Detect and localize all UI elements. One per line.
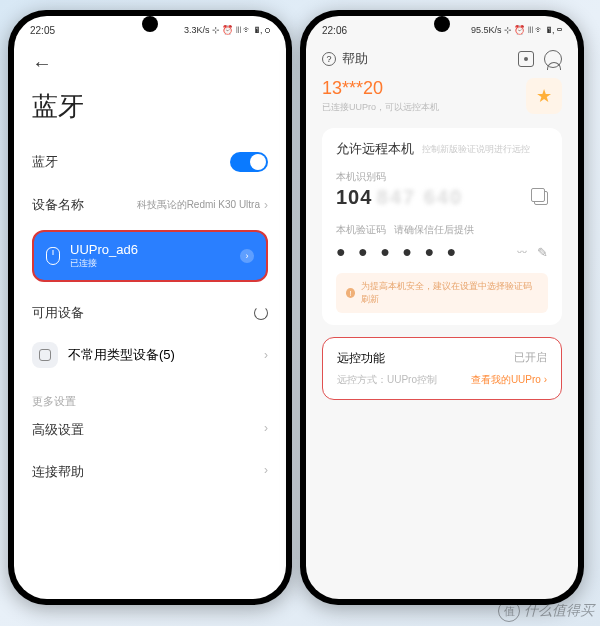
device-category-icon <box>32 342 58 368</box>
available-label: 可用设备 <box>32 304 84 322</box>
verify-code-label: 本机验证码 <box>336 223 386 237</box>
verify-hint: 请确保信任后提供 <box>394 223 474 237</box>
chevron-right-icon: › <box>264 421 268 439</box>
device-name-row[interactable]: 设备名称 科技禹论的Redmi K30 Ultra › <box>32 184 268 226</box>
security-warning: ! 为提高本机安全，建议在设置中选择验证码刷新 <box>336 273 548 313</box>
status-indicators: 3.3K/s ⊹ ⏰ ꔖ ᯤ �, ▢ <box>184 25 270 36</box>
refresh-icon[interactable] <box>254 306 268 320</box>
status-time: 22:05 <box>30 25 55 36</box>
verify-code-dots: ● ● ● ● ● ● <box>336 243 460 261</box>
phone-right: 22:06 95.5K/s ⊹ ⏰ ꔖ ᯤ �, ▭ ? 帮助 13***20 … <box>300 10 584 605</box>
remote-status: 已开启 <box>514 350 547 367</box>
device-name-value: 科技禹论的Redmi K30 Ultra <box>137 198 260 212</box>
status-time: 22:06 <box>322 25 347 36</box>
camera-notch <box>434 16 450 32</box>
account-row: 13***20 已连接UUPro，可以远控本机 ★ <box>322 78 562 114</box>
warning-text: 为提高本机安全，建议在设置中选择验证码刷新 <box>361 280 538 306</box>
connected-device-name: UUPro_ad6 <box>70 242 230 257</box>
app-header: ? 帮助 <box>306 44 578 78</box>
account-phone: 13***20 <box>322 78 439 99</box>
connected-device-row[interactable]: UUPro_ad6 已连接 › <box>32 230 268 282</box>
profile-icon[interactable] <box>544 50 562 68</box>
bluetooth-toggle-row[interactable]: 蓝牙 <box>32 140 268 184</box>
help-label: 连接帮助 <box>32 463 84 481</box>
help-icon: ? <box>322 52 336 66</box>
watermark-text: 什么值得买 <box>524 602 594 620</box>
remote-link[interactable]: 查看我的UUPro › <box>471 373 547 387</box>
available-devices-header: 可用设备 <box>32 294 268 332</box>
advanced-label: 高级设置 <box>32 421 84 439</box>
remote-function-card[interactable]: 远控功能 已开启 远控方式：UUPro控制 查看我的UUPro › <box>322 337 562 400</box>
star-badge[interactable]: ★ <box>526 78 562 114</box>
settings-icon[interactable] <box>518 51 534 67</box>
chevron-right-icon: › <box>264 198 268 212</box>
uncommon-devices-row[interactable]: 不常用类型设备(5) › <box>32 332 268 378</box>
copy-icon[interactable] <box>534 191 548 205</box>
card-title: 允许远程本机 <box>336 140 414 158</box>
chevron-right-icon: › <box>264 348 268 362</box>
device-id-value: 104 <box>336 186 372 208</box>
status-indicators: 95.5K/s ⊹ ⏰ ꔖ ᯤ �, ▭ <box>471 25 562 36</box>
remote-permission-card: 允许远程本机 控制新版验证说明进行远控 本机识别码 104 847 640 本机… <box>322 128 562 325</box>
connection-help-row[interactable]: 连接帮助 › <box>32 451 268 493</box>
warning-icon: ! <box>346 288 355 298</box>
watermark-icon: 值 <box>498 600 520 622</box>
camera-notch <box>142 16 158 32</box>
bluetooth-toggle[interactable] <box>230 152 268 172</box>
card-subtitle: 控制新版验证说明进行远控 <box>422 143 530 156</box>
device-name-label: 设备名称 <box>32 196 84 214</box>
chevron-right-icon: › <box>264 463 268 481</box>
device-id-hidden: 847 640 <box>377 186 463 208</box>
help-title[interactable]: 帮助 <box>342 50 368 68</box>
advanced-settings-row[interactable]: 高级设置 › <box>32 409 268 451</box>
mouse-icon <box>46 247 60 265</box>
eye-icon[interactable]: ᵕᵕ <box>517 245 527 260</box>
device-detail-button[interactable]: › <box>240 249 254 263</box>
page-title: 蓝牙 <box>32 89 268 124</box>
bluetooth-label: 蓝牙 <box>32 153 58 171</box>
more-settings-header: 更多设置 <box>32 394 268 409</box>
phone-left: 22:05 3.3K/s ⊹ ⏰ ꔖ ᯤ �, ▢ ← 蓝牙 蓝牙 设备名称 科… <box>8 10 292 605</box>
uncommon-label: 不常用类型设备(5) <box>68 346 250 364</box>
remote-title: 远控功能 <box>337 350 385 367</box>
edit-icon[interactable]: ✎ <box>537 245 548 260</box>
back-button[interactable]: ← <box>32 44 268 83</box>
watermark: 值 什么值得买 <box>498 600 594 622</box>
connected-device-status: 已连接 <box>70 257 230 270</box>
remote-method: 远控方式：UUPro控制 <box>337 373 437 387</box>
account-status: 已连接UUPro，可以远控本机 <box>322 101 439 114</box>
device-id-label: 本机识别码 <box>336 170 548 184</box>
